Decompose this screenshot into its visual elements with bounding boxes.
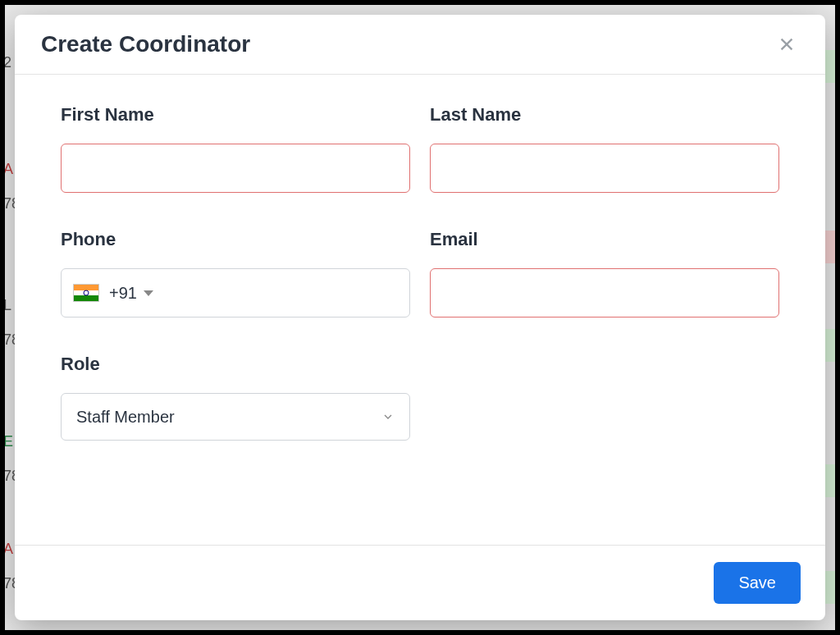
first-name-label: First Name	[61, 104, 410, 126]
phone-group: Phone +91	[61, 229, 410, 318]
form-row-names: First Name Last Name	[61, 104, 779, 193]
bg-text: 2	[5, 54, 11, 71]
last-name-group: Last Name	[430, 104, 779, 193]
phone-field[interactable]: +91	[61, 268, 410, 318]
role-select[interactable]: Staff Member	[61, 393, 410, 441]
role-selected-text: Staff Member	[76, 408, 175, 427]
bg-text: A	[5, 541, 13, 558]
india-flag-icon	[73, 284, 99, 302]
role-label: Role	[61, 354, 410, 375]
last-name-label: Last Name	[430, 104, 779, 126]
save-button[interactable]: Save	[714, 562, 801, 604]
close-icon	[778, 35, 796, 53]
email-group: Email	[430, 229, 779, 318]
spacer	[430, 354, 779, 441]
first-name-input[interactable]	[61, 144, 410, 193]
dial-code: +91	[109, 284, 137, 303]
page-background: 2 A 78 L 78 E 78 A 78 Create Coordinator…	[5, 5, 835, 630]
bg-text: E	[5, 433, 13, 450]
chevron-down-icon	[381, 410, 395, 423]
caret-down-icon	[144, 290, 153, 296]
form-row-contact: Phone +91 Email	[61, 229, 779, 318]
last-name-input[interactable]	[430, 144, 779, 193]
modal-footer: Save	[15, 545, 825, 620]
first-name-group: First Name	[61, 104, 410, 193]
email-input[interactable]	[430, 268, 779, 318]
close-button[interactable]	[774, 32, 799, 57]
modal-header: Create Coordinator	[15, 15, 825, 75]
phone-input[interactable]	[162, 269, 398, 317]
modal-body: First Name Last Name Phone	[15, 75, 825, 545]
modal-title: Create Coordinator	[41, 31, 250, 57]
form-row-role: Role Staff Member	[61, 354, 779, 441]
create-coordinator-modal: Create Coordinator First Name Last Name …	[15, 15, 825, 620]
role-group: Role Staff Member	[61, 354, 410, 441]
email-label: Email	[430, 229, 779, 250]
phone-label: Phone	[61, 229, 410, 250]
bg-text: L	[5, 297, 11, 314]
bg-text: A	[5, 161, 13, 178]
